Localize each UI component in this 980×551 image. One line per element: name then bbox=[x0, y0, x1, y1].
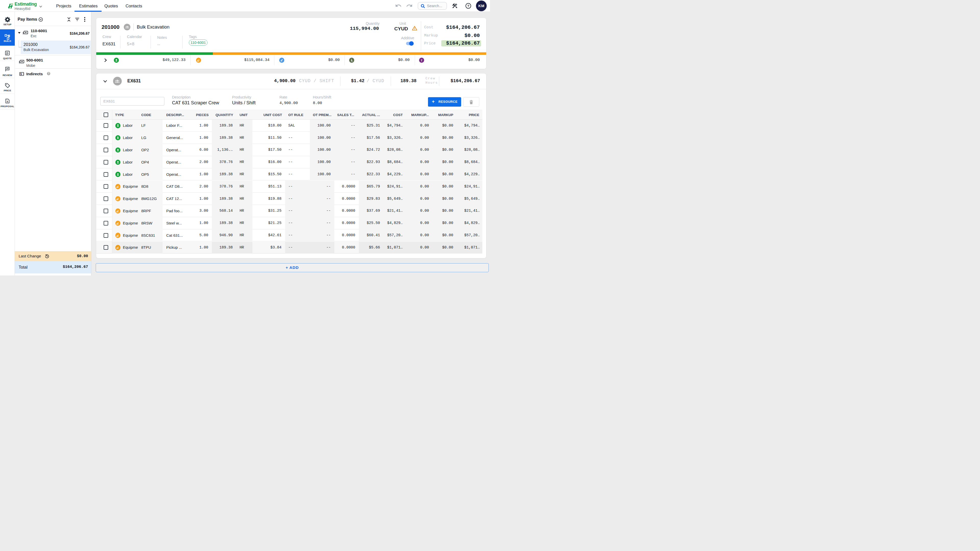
svg-text:$: $ bbox=[21, 73, 22, 76]
svg-text:?: ? bbox=[467, 4, 469, 8]
svg-text:css: css bbox=[10, 3, 13, 5]
svg-text:$: $ bbox=[6, 100, 8, 103]
